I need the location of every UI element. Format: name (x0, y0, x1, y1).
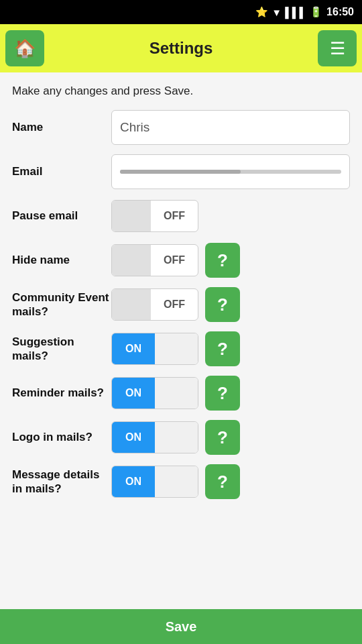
logo-in-mails-state: ON (112, 422, 155, 453)
community-event-toggle[interactable]: OFF (111, 288, 198, 321)
wifi-icon: ▼ (272, 7, 282, 18)
name-label: Name (12, 121, 111, 134)
home-button[interactable]: 🏠 (5, 30, 44, 66)
reminder-mails-state: ON (112, 378, 155, 409)
email-row: Email (12, 154, 350, 189)
community-event-state: OFF (151, 299, 198, 311)
battery-icon: 🔋 (310, 6, 322, 18)
suggestion-mails-row: Suggestion mails? ON ? (12, 331, 350, 366)
reminder-mails-row: Reminder mails? ON ? (12, 376, 350, 411)
community-event-row: Community Event mails? OFF ? (12, 287, 350, 322)
logo-in-mails-row: Logo in mails? ON ? (12, 420, 350, 455)
pause-email-toggle[interactable]: OFF (111, 200, 198, 232)
logo-in-mails-help-button[interactable]: ? (205, 420, 240, 455)
content: Make any changes and press Save. Name Em… (0, 72, 362, 499)
name-row: Name (12, 110, 350, 145)
hide-name-state: OFF (151, 254, 198, 266)
status-bar: ⭐ ▼ ▌▌▌ 🔋 16:50 (0, 0, 362, 24)
save-bar[interactable]: Save (0, 609, 362, 644)
save-button-label: Save (166, 619, 197, 635)
logo-in-mails-label: Logo in mails? (12, 430, 111, 444)
pause-email-label: Pause email (12, 209, 111, 223)
email-input[interactable] (111, 154, 350, 189)
suggestion-mails-help-button[interactable]: ? (205, 331, 240, 366)
menu-icon: ☰ (330, 38, 345, 59)
reminder-mails-toggle[interactable]: ON (111, 377, 198, 409)
community-event-label: Community Event mails? (12, 290, 111, 319)
instruction-text: Make any changes and press Save. (12, 85, 350, 98)
name-input[interactable] (111, 110, 350, 145)
status-time: 16:50 (326, 6, 354, 18)
hide-name-label: Hide name (12, 254, 111, 267)
message-details-row: Message details in mails? ON ? (12, 464, 350, 499)
home-icon: 🏠 (14, 38, 36, 59)
message-details-state: ON (112, 466, 155, 497)
message-details-toggle[interactable]: ON (111, 466, 198, 498)
menu-button[interactable]: ☰ (318, 30, 357, 66)
signal-icon: ▌▌▌ (285, 7, 306, 18)
community-event-help-button[interactable]: ? (205, 287, 240, 322)
header: 🏠 Settings ☰ (0, 24, 362, 72)
email-scrollbar-thumb (120, 170, 241, 174)
message-details-help-button[interactable]: ? (205, 464, 240, 499)
email-scrollbar (120, 170, 341, 174)
status-icons: ⭐ ▼ ▌▌▌ 🔋 (255, 6, 322, 18)
hide-name-help-button[interactable]: ? (205, 243, 240, 278)
hide-name-toggle[interactable]: OFF (111, 244, 198, 276)
message-details-label: Message details in mails? (12, 468, 111, 496)
page-title: Settings (149, 39, 213, 58)
email-label: Email (12, 165, 111, 178)
pause-email-row: Pause email OFF (12, 199, 350, 233)
logo-in-mails-toggle[interactable]: ON (111, 421, 198, 453)
suggestion-mails-state: ON (112, 333, 155, 364)
hide-name-row: Hide name OFF ? (12, 243, 350, 278)
reminder-mails-help-button[interactable]: ? (205, 376, 240, 411)
bluetooth-icon: ⭐ (255, 6, 268, 18)
pause-email-state: OFF (151, 210, 198, 222)
suggestion-mails-label: Suggestion mails? (12, 335, 111, 364)
suggestion-mails-toggle[interactable]: ON (111, 333, 198, 365)
reminder-mails-label: Reminder mails? (12, 386, 111, 400)
